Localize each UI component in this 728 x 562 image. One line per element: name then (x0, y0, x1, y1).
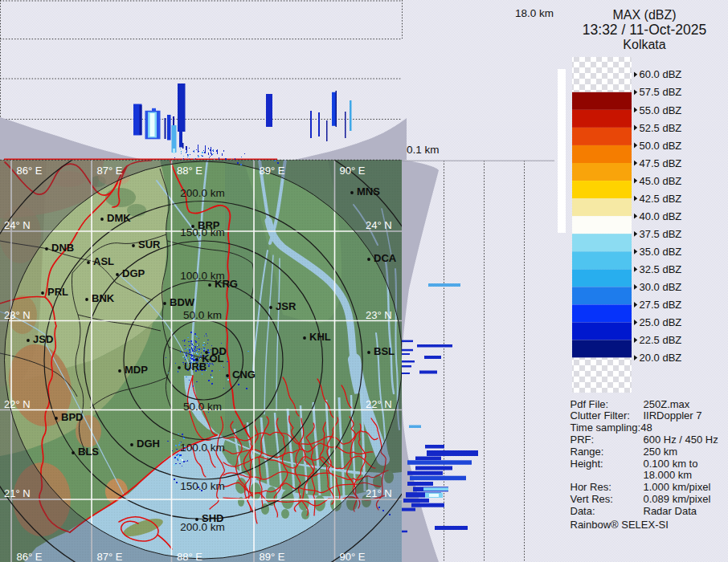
svg-text:24° N: 24° N (366, 219, 392, 231)
svg-text:24° N: 24° N (4, 219, 31, 231)
svg-text:BPD: BPD (61, 411, 83, 423)
svg-text:MNS: MNS (357, 185, 380, 198)
svg-text:0.1 km: 0.1 km (407, 144, 440, 156)
svg-text:20.0 dBZ: 20.0 dBZ (640, 352, 682, 364)
svg-text:SUR: SUR (138, 238, 161, 250)
svg-text:250Z.max: 250Z.max (644, 398, 690, 410)
svg-text:88° E: 88° E (177, 165, 202, 177)
svg-text:90° E: 90° E (340, 551, 366, 562)
svg-text:50.0 km: 50.0 km (183, 401, 222, 413)
svg-text:42.5 dBZ: 42.5 dBZ (640, 193, 682, 205)
svg-text:PRL: PRL (47, 286, 68, 298)
svg-text:30.0 dBZ: 30.0 dBZ (640, 281, 682, 293)
svg-text:150.0 km: 150.0 km (180, 480, 225, 492)
svg-text:Clutter Filter:: Clutter Filter: (571, 409, 630, 422)
svg-text:IIRDoppler 7: IIRDoppler 7 (644, 409, 702, 422)
svg-text:47.5 dBZ: 47.5 dBZ (640, 157, 682, 169)
svg-text:22° N: 22° N (4, 398, 31, 410)
svg-text:Rainbow® SELEX-SI: Rainbow® SELEX-SI (571, 519, 669, 531)
svg-text:DCA: DCA (374, 252, 397, 264)
svg-text:86° E: 86° E (17, 165, 43, 177)
svg-text:18.000 km: 18.000 km (644, 469, 693, 481)
svg-text:BRP: BRP (198, 219, 220, 231)
svg-text:Radar Data: Radar Data (644, 505, 697, 517)
svg-text:21° N: 21° N (366, 487, 392, 499)
svg-text:23° N: 23° N (4, 309, 31, 321)
svg-text:PRF:: PRF: (571, 434, 595, 446)
svg-text:600 Hz / 450 Hz: 600 Hz / 450 Hz (644, 434, 718, 446)
svg-text:100.0 km: 100.0 km (180, 442, 225, 454)
svg-text:87° E: 87° E (97, 165, 123, 177)
svg-text:22.5 dBZ: 22.5 dBZ (640, 334, 682, 346)
svg-text:JSD: JSD (33, 333, 53, 345)
svg-text:60.0 dBZ: 60.0 dBZ (640, 68, 682, 80)
svg-text:Height:: Height: (571, 458, 603, 470)
svg-text:88° E: 88° E (177, 551, 202, 562)
svg-text:DGP: DGP (122, 267, 145, 279)
svg-text:37.5 dBZ: 37.5 dBZ (640, 228, 682, 240)
svg-text:89° E: 89° E (260, 165, 285, 177)
svg-text:89° E: 89° E (260, 551, 285, 562)
svg-text:50.0 km: 50.0 km (183, 309, 222, 321)
svg-text:DNB: DNB (51, 242, 74, 254)
svg-text:CNG: CNG (232, 369, 256, 381)
svg-text:200.0 km: 200.0 km (180, 187, 225, 199)
svg-text:52.5 dBZ: 52.5 dBZ (640, 122, 682, 134)
svg-text:KRG: KRG (215, 278, 238, 290)
svg-text:32.5 dBZ: 32.5 dBZ (640, 263, 682, 275)
svg-text:BSL: BSL (374, 345, 395, 357)
svg-text:90° E: 90° E (340, 165, 366, 177)
svg-text:SHD: SHD (202, 512, 223, 524)
svg-text:Time sampling:48: Time sampling:48 (571, 422, 652, 434)
svg-text:Hor Res:: Hor Res: (571, 481, 611, 493)
svg-text:21° N: 21° N (4, 487, 31, 499)
svg-text:Pdf File:: Pdf File: (571, 398, 609, 410)
svg-text:0.089 km/pixel: 0.089 km/pixel (644, 493, 711, 505)
svg-text:1.000 km/pixel: 1.000 km/pixel (644, 481, 711, 493)
svg-text:86° E: 86° E (17, 551, 43, 562)
svg-text:Range:: Range: (571, 446, 604, 458)
svg-text:35.0 dBZ: 35.0 dBZ (640, 246, 682, 258)
svg-text:Kolkata: Kolkata (623, 38, 665, 51)
svg-text:MAX (dBZ): MAX (dBZ) (612, 8, 676, 22)
svg-text:250 km: 250 km (644, 446, 678, 458)
svg-text:0.100 km to: 0.100 km to (644, 458, 698, 470)
svg-text:50.0 dBZ: 50.0 dBZ (640, 140, 682, 152)
svg-text:ASL: ASL (93, 255, 114, 267)
svg-text:URB: URB (184, 360, 207, 373)
svg-text:87° E: 87° E (97, 551, 123, 562)
svg-text:25.0 dBZ: 25.0 dBZ (640, 316, 682, 328)
svg-text:KHL: KHL (309, 331, 331, 343)
svg-text:13:32 / 11-Oct-2025: 13:32 / 11-Oct-2025 (583, 22, 706, 38)
svg-text:Data:: Data: (571, 505, 595, 517)
svg-text:Vert Res:: Vert Res: (571, 493, 613, 505)
svg-text:57.5 dBZ: 57.5 dBZ (640, 86, 682, 98)
svg-text:MDP: MDP (125, 364, 148, 376)
svg-text:27.5 dBZ: 27.5 dBZ (640, 299, 682, 311)
svg-text:JSR: JSR (276, 300, 297, 312)
svg-text:55.0 dBZ: 55.0 dBZ (640, 104, 682, 116)
svg-text:45.0 dBZ: 45.0 dBZ (640, 175, 682, 187)
svg-text:18.0 km: 18.0 km (515, 7, 554, 19)
svg-text:BLS: BLS (78, 446, 99, 458)
svg-text:40.0 dBZ: 40.0 dBZ (640, 210, 682, 222)
svg-text:BNK: BNK (92, 292, 115, 304)
svg-text:DGH: DGH (137, 438, 160, 450)
svg-text:22° N: 22° N (366, 398, 392, 410)
svg-text:DMK: DMK (107, 212, 131, 224)
svg-text:23° N: 23° N (366, 309, 392, 321)
svg-text:BDW: BDW (170, 296, 195, 308)
